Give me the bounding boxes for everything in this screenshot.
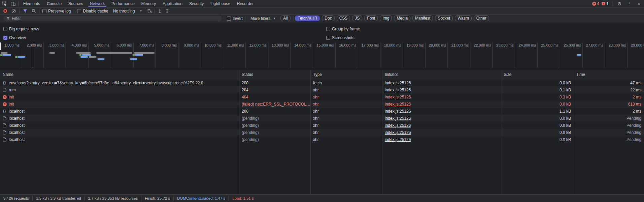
settings-gear-icon[interactable]: ⚙ xyxy=(616,0,623,7)
column-header-status[interactable]: Status xyxy=(239,70,310,79)
initiator-link[interactable]: index.js:25126 xyxy=(385,123,411,128)
overview-label: Overview xyxy=(9,35,26,40)
initiator-cell: index.js:25126 xyxy=(382,93,501,100)
request-row[interactable]: localhost(pending)xhrindex.js:251260.0 k… xyxy=(0,129,644,136)
column-header-size[interactable]: Size xyxy=(501,70,574,79)
record-network-log-button[interactable] xyxy=(1,9,9,13)
tab-application[interactable]: Application xyxy=(159,0,186,7)
chip-media[interactable]: Media xyxy=(394,16,410,21)
time-cell: 2 ms xyxy=(574,108,644,115)
chip-fetch-xhr[interactable]: Fetch/XHR xyxy=(295,16,320,21)
close-devtools-icon[interactable]: × xyxy=(635,0,643,7)
disable-cache-checkbox[interactable]: Disable cache xyxy=(77,9,108,13)
request-row[interactable]: localhost(pending)xhrindex.js:251260.0 k… xyxy=(0,122,644,129)
big-request-rows-checkbox[interactable]: Big request rows xyxy=(3,27,39,31)
request-row[interactable]: rum204xhrindex.js:251260.1 kB22 ms xyxy=(0,86,644,93)
more-options-icon[interactable]: ⋮ xyxy=(625,0,633,7)
inspect-element-icon[interactable] xyxy=(0,0,9,7)
request-row[interactable]: ✕init404xhrindex.js:251260.3 kB2 ms xyxy=(0,93,644,100)
group-by-frame-checkbox[interactable]: Group by frame xyxy=(326,27,360,31)
chip-font[interactable]: Font xyxy=(364,16,378,21)
network-summary-bar: 9 / 26 requests1.5 kB / 3.9 kB transferr… xyxy=(0,194,644,202)
overview-request-bar xyxy=(134,52,155,54)
more-filters-dropdown[interactable]: More filters ▼ xyxy=(250,16,276,21)
column-header-time[interactable]: Time xyxy=(574,70,644,79)
timeline-tick-label: 18,000 ms xyxy=(384,43,401,47)
initiator-cell: index.js:25126 xyxy=(382,100,501,108)
chip-socket[interactable]: Socket xyxy=(435,16,453,21)
request-row[interactable]: ✕init(failed) net::ERR_SSL_PROTOCOL_ER..… xyxy=(0,100,644,108)
tab-elements[interactable]: Elements xyxy=(20,0,43,7)
initiator-link[interactable]: index.js:25126 xyxy=(385,137,411,142)
domcontentloaded-marker xyxy=(32,42,32,68)
overview-request-bar xyxy=(135,54,143,56)
request-row[interactable]: {}localhost200xhrindex.js:251261.1 kB2 m… xyxy=(0,108,644,115)
braces-glyph: {} xyxy=(3,81,6,85)
device-toolbar-icon[interactable] xyxy=(9,0,18,7)
tab-recorder[interactable]: Recorder xyxy=(234,0,257,7)
chip-doc[interactable]: Doc xyxy=(322,16,334,21)
error-count: 4 xyxy=(597,1,600,6)
error-circle-icon: ✕ xyxy=(592,2,596,6)
throttling-dropdown[interactable]: No throttling ▼ xyxy=(113,9,142,13)
initiator-link[interactable]: index.js:25126 xyxy=(385,81,411,85)
initiator-link[interactable]: index.js:25126 xyxy=(385,102,411,107)
preserve-log-checkbox[interactable]: Preserve log xyxy=(42,9,71,13)
size-cell: 0.0 kB xyxy=(501,100,574,108)
request-row[interactable]: {}envelope/?sentry_version=7&sentry_key=… xyxy=(0,79,644,86)
tab-network[interactable]: Network xyxy=(87,0,108,7)
overview-drag-handle[interactable] xyxy=(0,42,1,50)
initiator-link[interactable]: index.js:25126 xyxy=(385,109,411,114)
filter-funnel-icon[interactable] xyxy=(21,9,29,13)
overview-request-bar xyxy=(81,54,91,56)
export-har-icon[interactable]: ↧ xyxy=(163,7,171,15)
clear-network-log-button[interactable] xyxy=(9,9,18,13)
overview-checkbox[interactable]: ✓ Overview xyxy=(3,35,26,40)
chip-img[interactable]: Img xyxy=(380,16,392,21)
type-cell: fetch xyxy=(310,79,382,86)
column-header-type[interactable]: Type xyxy=(310,70,382,79)
request-row[interactable]: localhost(pending)xhrindex.js:251260.0 k… xyxy=(0,115,644,122)
initiator-link[interactable]: index.js:25126 xyxy=(385,95,411,99)
overview-request-bar xyxy=(2,54,11,56)
timeline-tick-label: 28,000 ms xyxy=(609,43,626,47)
network-options: Big request rows Group by frame ✓ Overvi… xyxy=(0,22,644,42)
chip-manifest[interactable]: Manifest xyxy=(412,16,433,21)
chevron-down-icon: ▼ xyxy=(139,9,142,12)
initiator-link[interactable]: index.js:25126 xyxy=(385,116,411,121)
column-header-initiator[interactable]: Initiator xyxy=(382,70,501,79)
chip-wasm[interactable]: Wasm xyxy=(455,16,472,21)
import-har-icon[interactable]: ↥ xyxy=(156,7,163,15)
issues-badge[interactable]: ! 1 xyxy=(602,1,609,6)
tab-security[interactable]: Security xyxy=(186,0,207,7)
initiator-link[interactable]: index.js:25126 xyxy=(385,88,411,92)
status-cell: 200 xyxy=(239,108,310,115)
request-row[interactable]: localhost(pending)xhrindex.js:251260.0 k… xyxy=(0,136,644,143)
size-cell: 0.0 kB xyxy=(501,136,574,143)
tab-sources[interactable]: Sources xyxy=(65,0,87,7)
chip-all[interactable]: All xyxy=(280,16,290,21)
chip-js[interactable]: JS xyxy=(352,16,362,21)
tab-console[interactable]: Console xyxy=(43,0,65,7)
filter-input[interactable]: Filter xyxy=(3,16,222,21)
network-overview-timeline[interactable]: 1,000 ms2,000 ms3,000 ms4,000 ms5,000 ms… xyxy=(0,42,644,68)
tab-performance[interactable]: Performance xyxy=(108,0,138,7)
network-conditions-icon[interactable] xyxy=(145,9,154,13)
braces-glyph: {} xyxy=(3,109,6,113)
search-icon[interactable] xyxy=(29,9,38,13)
chip-css[interactable]: CSS xyxy=(337,16,350,21)
invert-checkbox[interactable]: Invert xyxy=(227,16,243,21)
console-error-badge[interactable]: ✕ 4 xyxy=(592,1,600,6)
timeline-gridline xyxy=(403,42,403,68)
tab-lighthouse[interactable]: Lighthouse xyxy=(207,0,234,7)
column-header-name[interactable]: Name xyxy=(0,70,239,79)
size-text: 0.0 kB xyxy=(560,81,571,85)
timeline-gridline xyxy=(111,42,111,68)
screenshots-checkbox[interactable]: Screenshots xyxy=(326,35,354,40)
initiator-link[interactable]: index.js:25126 xyxy=(385,130,411,135)
chevron-down-icon: ▼ xyxy=(273,17,276,20)
issue-icon: ! xyxy=(602,2,605,5)
chip-other[interactable]: Other xyxy=(474,16,489,21)
tab-memory[interactable]: Memory xyxy=(138,0,159,7)
size-text: 0.0 kB xyxy=(560,116,571,121)
